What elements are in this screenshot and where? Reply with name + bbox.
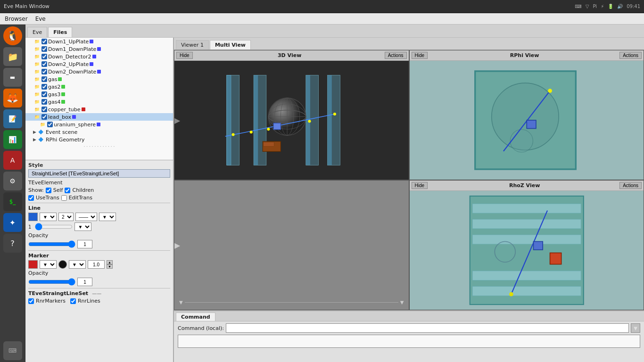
svg-rect-7 [328, 75, 332, 165]
marker-size-down[interactable]: ▼ [107, 264, 113, 269]
view-rphi-actions-btn[interactable]: Actions [619, 52, 642, 59]
command-textarea[interactable] [178, 335, 640, 348]
line-style-row2: 1 ▼ [28, 222, 170, 231]
rnrmarkers-checkbox[interactable] [28, 298, 34, 304]
command-content: Command (local): ▼ [174, 321, 644, 362]
view-rhoz-hide-btn[interactable]: Hide [412, 182, 428, 189]
view-3d-hide-btn[interactable]: Hide [176, 52, 193, 59]
marker-opacity-slider-row [28, 278, 170, 286]
svg-rect-36 [472, 271, 581, 280]
tree-item-gas4[interactable]: 📁 gas4 [25, 98, 173, 106]
settings-icon[interactable]: ⚙ [3, 172, 22, 190]
line-style-dropdown[interactable]: ▼ [74, 222, 91, 231]
edittrans-checkbox[interactable] [61, 195, 67, 201]
usetrans-checkbox[interactable] [28, 195, 34, 201]
rnrlines-checkbox[interactable] [70, 298, 76, 304]
marker-opacity-range[interactable] [28, 279, 75, 285]
tree-item-down-detector2[interactable]: 📁 Down_Detector2 [25, 53, 173, 60]
line-color-swatch[interactable] [28, 213, 38, 221]
view-3d-panel: Hide 3D View Actions ▶ [174, 50, 409, 180]
marker-shape-swatch[interactable] [58, 260, 67, 269]
marker-color-select[interactable]: ▼ [40, 260, 57, 269]
color-dot-gas3 [61, 92, 65, 96]
terminal-icon[interactable]: ▬ [3, 68, 22, 87]
line-style-select[interactable]: —— [75, 213, 97, 221]
view-3d-actions-btn[interactable]: Actions [385, 52, 407, 59]
tree-item-down2-downplate[interactable]: 📁 Down2_DownPlate [25, 68, 173, 75]
tab-multiview[interactable]: Multi View [210, 40, 251, 49]
marker-size-up[interactable]: ▲ [107, 260, 113, 264]
checkbox-down1-upplate[interactable] [41, 39, 47, 44]
checkbox-gas4[interactable] [41, 99, 47, 105]
menu-eve[interactable]: Eve [33, 15, 49, 23]
spreadsheet-icon[interactable]: 📊 [3, 130, 22, 149]
tab-eve[interactable]: Eve [27, 27, 47, 37]
checkbox-down1-downplate[interactable] [41, 46, 47, 52]
tab-viewer1[interactable]: Viewer 1 [176, 40, 209, 49]
opacity-input[interactable] [77, 240, 92, 248]
tree-item-rphi-geometry[interactable]: ▶ 🔷 RPhi Geometry [25, 136, 173, 143]
tree-item-down1-downplate[interactable]: 📁 Down1_DownPlate [25, 45, 173, 53]
view-rphi-hide-btn[interactable]: Hide [412, 52, 428, 59]
command-text-row [178, 335, 640, 348]
help-icon[interactable]: ? [3, 234, 22, 253]
command-local-label: Command (local): [178, 325, 224, 331]
checkbox-copper-tube[interactable] [41, 107, 47, 112]
file-manager-icon[interactable]: 📁 [3, 47, 22, 66]
marker-color-swatch[interactable] [28, 260, 38, 269]
marker-opacity-input[interactable] [77, 278, 92, 286]
self-checkbox[interactable] [46, 188, 51, 193]
bottom-panel: Command Command (local): ▼ [174, 310, 644, 362]
checkbox-gas3[interactable] [41, 91, 47, 97]
tree-item-gas3[interactable]: 📁 gas3 [25, 90, 173, 98]
tree-label-down1-upplate: Down1_UpPlate [48, 39, 89, 45]
marker-shape-select[interactable]: ▼ [69, 260, 86, 269]
tree-item-gas2[interactable]: 📁 gas2 [25, 83, 173, 90]
svg-point-27 [510, 130, 533, 152]
tree-item-gas[interactable]: 📁 gas [25, 75, 173, 83]
svg-rect-30 [527, 120, 536, 129]
line-style2-select[interactable]: ▼ [99, 213, 116, 221]
tree-label-down1-downplate: Down1_DownPlate [48, 46, 96, 52]
menu-browser[interactable]: Browser [2, 15, 31, 23]
folder-icon-7: 📁 [33, 83, 41, 90]
tree-item-copper-tube[interactable]: 📁 copper_tube [25, 106, 173, 113]
straight-line-set-btn[interactable]: StraightLineSet [TEveStraingtLineSet] [28, 169, 170, 178]
tab-command[interactable]: Command [176, 313, 215, 321]
checkbox-uranium-sphere[interactable] [47, 122, 53, 127]
tree-item-lead-box[interactable]: 📁 lead_box [25, 113, 173, 121]
view-rphi-title: RPhi View [429, 52, 619, 58]
color-dot-gas4 [61, 100, 65, 104]
line-color-select[interactable]: ▼ [40, 213, 57, 221]
tree-item-uranium-sphere[interactable]: 📁 uranium_sphere [25, 121, 173, 128]
keyboard2-icon[interactable]: ⌨ [3, 341, 22, 360]
presentation-icon[interactable]: A [3, 151, 22, 170]
svg-point-17 [250, 131, 253, 133]
command-dropdown-btn[interactable]: ▼ [631, 323, 640, 333]
checkbox-down-detector2[interactable] [41, 54, 47, 59]
firefox-icon[interactable]: 🦊 [3, 89, 22, 107]
checkbox-down2-downplate[interactable] [41, 69, 47, 74]
checkbox-down2-upplate[interactable] [41, 61, 47, 67]
line-width-select[interactable]: 2 [58, 213, 74, 221]
command-local-input[interactable] [226, 323, 629, 333]
tree-item-down1-upplate[interactable]: 📁 Down1_UpPlate [25, 38, 173, 45]
vscode-icon[interactable]: ✦ [3, 213, 22, 232]
tab-files[interactable]: Files [48, 27, 72, 37]
tree-item-down2-upplate[interactable]: 📁 Down2_UpPlate [25, 60, 173, 68]
checkbox-gas[interactable] [41, 76, 47, 82]
scene-icon: 🔷 [37, 129, 45, 135]
checkbox-gas2[interactable] [41, 84, 47, 90]
marker-size-input[interactable] [88, 260, 105, 269]
view-rphi-header: Hide RPhi View Actions [410, 50, 644, 61]
down-arrow-icon: ▼ [179, 300, 183, 305]
checkbox-lead-box[interactable] [41, 114, 47, 120]
opacity-range[interactable] [28, 241, 75, 247]
view-rhoz-actions-btn[interactable]: Actions [619, 182, 642, 189]
children-checkbox[interactable] [65, 188, 70, 193]
terminal2-icon[interactable]: $_ [3, 192, 22, 211]
ubuntu-icon[interactable]: 🐧 [3, 26, 22, 45]
text-editor-icon[interactable]: 📝 [3, 109, 22, 128]
tree-item-event-scene[interactable]: ▶ 🔷 Event scene [25, 128, 173, 136]
line-style-range[interactable] [35, 223, 73, 230]
